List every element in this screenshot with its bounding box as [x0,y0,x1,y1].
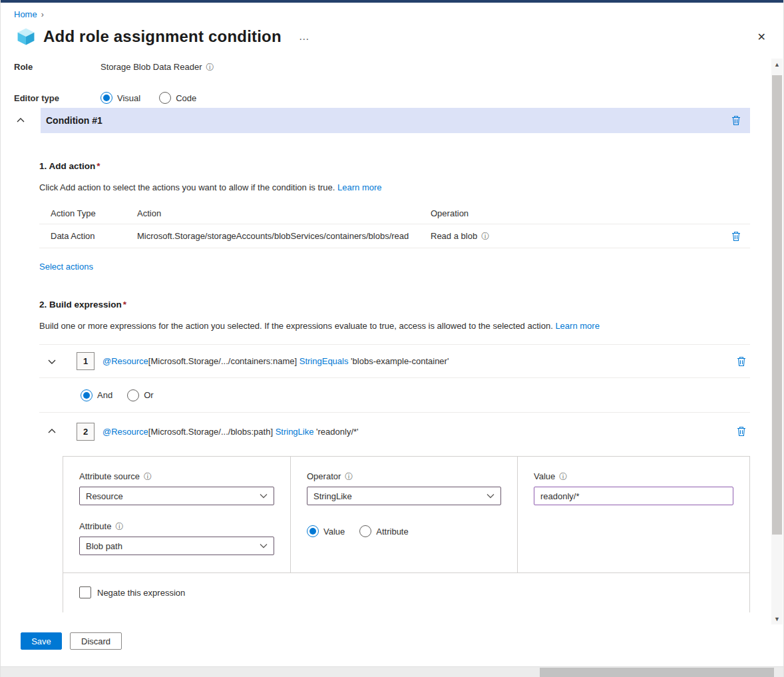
col-operation: Operation [431,208,723,218]
vertical-scrollbar-thumb[interactable] [772,75,782,535]
operator-dropdown[interactable]: StringLike [307,487,501,505]
vertical-scrollbar[interactable]: ▲ ▼ [771,59,783,624]
chevron-down-icon [260,543,268,549]
expression-1-summary: @Resource[Microsoft.Storage/.../containe… [102,356,449,366]
expression-2-delete-trash-icon[interactable] [737,426,746,437]
scroll-down-arrow-icon[interactable]: ▼ [771,613,783,624]
breadcrumb-home-link[interactable]: Home [14,9,37,19]
attribute-source-dropdown[interactable]: Resource [79,487,274,505]
editor-type-code-radio[interactable]: Code [159,92,196,104]
scroll-up-arrow-icon[interactable]: ▲ [771,59,783,70]
radio-dot [359,525,371,537]
table-row: Data Action Microsoft.Storage/storageAcc… [39,224,750,248]
radio-dot [100,92,112,104]
expression-1-row: 1 @Resource[Microsoft.Storage/.../contai… [39,345,750,378]
expression-1-delete-trash-icon[interactable] [737,356,746,367]
save-button[interactable]: Save [21,632,62,650]
build-expression-learn-more-link[interactable]: Learn more [555,321,599,331]
add-action-heading: 1. Add action* [39,161,750,171]
value-input[interactable] [534,487,733,505]
select-actions-link[interactable]: Select actions [39,262,93,272]
negate-row: Negate this expression [63,572,749,612]
negate-label: Negate this expression [97,588,185,598]
role-row: Role Storage Blob Data Reader ⓘ [1,62,783,72]
chevron-down-icon [487,493,494,499]
value-column: Value ⓘ [517,457,749,572]
add-action-learn-more-link[interactable]: Learn more [337,182,381,192]
role-info-icon[interactable]: ⓘ [206,63,214,71]
operator-label: Operator [307,471,341,481]
operator-value: StringLike [313,491,352,501]
attribute-source-column: Attribute source ⓘ Resource Attribute ⓘ [63,457,290,572]
expression-2-number: 2 [77,423,95,441]
logical-operator-row: And Or [39,378,750,413]
operator-info-icon[interactable]: ⓘ [345,473,353,481]
editor-type-row: Editor type Visual Code [1,92,783,104]
expression-2-operator-link[interactable]: StringLike [276,427,314,437]
actions-table-header: Action Type Action Operation [39,203,750,224]
editor-type-code-label: Code [176,93,196,103]
value-radio-label: Value [323,527,345,537]
expression-1-attribute-link[interactable]: @Resource [102,356,148,366]
value-radio[interactable]: Value [307,525,345,537]
condition-header-row: Condition #1 [1,108,783,133]
attribute-radio-label: Attribute [376,527,408,537]
negate-checkbox[interactable] [79,586,91,598]
attribute-label: Attribute [79,521,111,531]
breadcrumb-chevron-icon: › [41,10,44,19]
action-delete-trash-icon[interactable] [731,231,741,242]
editor-type-visual-radio[interactable]: Visual [100,92,140,104]
editor-type-label: Editor type [1,93,100,103]
condition-cube-icon [17,27,35,46]
value-info-icon[interactable]: ⓘ [559,473,567,481]
discard-button[interactable]: Discard [70,632,122,650]
attribute-dropdown[interactable]: Blob path [79,537,274,555]
expression-2-collapse-toggle[interactable] [47,427,58,435]
editor-type-visual-label: Visual [117,93,140,103]
or-label: Or [144,390,153,400]
add-role-assignment-condition-page: Home › Add role assignment condition … ✕… [0,0,784,677]
actions-table: Action Type Action Operation Data Action… [39,203,750,248]
cell-action: Microsoft.Storage/storageAccounts/blobSe… [137,231,431,241]
attribute-source-value: Resource [86,491,123,501]
attribute-info-icon[interactable]: ⓘ [115,523,123,531]
footer-actions: Save Discard [1,632,783,650]
expression-1-operator-link[interactable]: StringEquals [299,356,349,366]
attribute-source-label: Attribute source [79,471,140,481]
radio-dot [127,389,139,401]
condition-delete-trash-icon[interactable] [731,115,741,126]
required-asterisk: * [97,161,100,171]
expression-2-attribute-link[interactable]: @Resource [102,427,148,437]
operation-info-icon[interactable]: ⓘ [481,232,489,240]
chevron-up-icon [16,116,25,124]
horizontal-scrollbar[interactable] [1,666,783,677]
expression-2-row: 2 @Resource[Microsoft.Storage/.../blobs:… [39,413,750,450]
build-expression-heading: 2. Build expression* [39,300,750,310]
and-radio[interactable]: And [81,389,112,401]
chevron-up-icon [47,427,57,435]
col-action-type: Action Type [39,208,137,218]
value-label: Value [534,471,555,481]
and-label: And [97,390,112,400]
more-options-button[interactable]: … [299,31,311,43]
condition-collapse-toggle[interactable] [1,116,41,124]
horizontal-scrollbar-thumb[interactable] [540,668,774,677]
expression-1-collapse-toggle[interactable] [47,357,58,365]
or-radio[interactable]: Or [127,389,153,401]
build-expression-description: Build one or more expressions for the ac… [39,321,750,331]
attribute-radio[interactable]: Attribute [359,525,408,537]
expression-2-summary: @Resource[Microsoft.Storage/.../blobs:pa… [102,427,359,437]
attribute-source-info-icon[interactable]: ⓘ [144,473,152,481]
radio-dot [81,389,93,401]
required-asterisk: * [123,300,126,310]
cell-action-type: Data Action [39,231,137,241]
condition-header: Condition #1 [41,108,750,133]
radio-dot [307,525,319,537]
page-header: Add role assignment condition … ✕ [1,19,783,46]
close-icon[interactable]: ✕ [753,29,770,45]
breadcrumb: Home › [1,3,783,19]
col-action: Action [137,208,431,218]
cell-operation: Read a blob [431,231,477,241]
condition-title: Condition #1 [46,115,102,126]
add-action-description: Click Add action to select the actions y… [39,182,750,192]
